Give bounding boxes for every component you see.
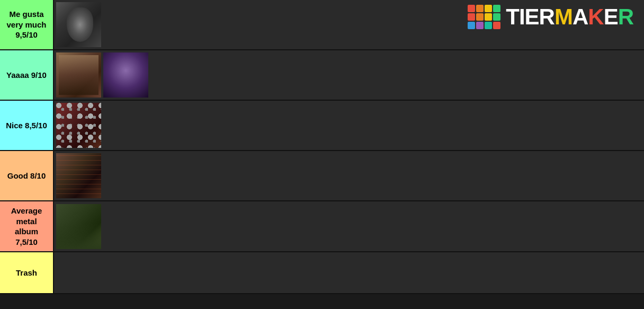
logo-cell — [493, 22, 500, 29]
album-2-2 — [103, 52, 148, 98]
logo-cell — [485, 13, 492, 21]
tiermaker-logo-text: TierMaker — [506, 4, 633, 30]
tier-label-4: Good 8/10 — [0, 151, 53, 200]
tier-content-6 — [53, 252, 644, 293]
logo-cell — [476, 5, 484, 12]
album-5-1 — [56, 204, 101, 249]
logo-cell — [468, 13, 475, 21]
logo-grid-icon — [468, 5, 500, 29]
tier-label-3: Nice 8,5/10 — [0, 101, 53, 150]
tier-row-6: Trash — [0, 252, 644, 294]
tier-content-3 — [53, 101, 644, 150]
tier-row-2: Yaaaa 9/10 — [0, 50, 644, 101]
tier-row-3: Nice 8,5/10 — [0, 101, 644, 151]
tier-label-2: Yaaaa 9/10 — [0, 50, 53, 100]
tier-list: Me gusta very much 9,5/10 Yaaaa 9/10 Nic… — [0, 0, 644, 294]
tier-label-5: Average metal album 7,5/10 — [0, 201, 53, 251]
album-2-1 — [56, 52, 101, 98]
logo-cell — [468, 5, 475, 12]
tier-label-6: Trash — [0, 252, 53, 293]
logo-cell — [476, 22, 484, 29]
album-4-1 — [56, 153, 101, 198]
logo-cell — [493, 5, 500, 12]
logo-cell — [485, 5, 492, 12]
logo-cell — [468, 22, 475, 29]
tier-content-5 — [53, 201, 644, 251]
tier-label-1: Me gusta very much 9,5/10 — [0, 0, 53, 49]
album-3-1 — [56, 103, 101, 148]
logo-cell — [485, 22, 492, 29]
tier-content-2 — [53, 50, 644, 100]
tier-row-4: Good 8/10 — [0, 151, 644, 201]
tier-content-4 — [53, 151, 644, 200]
album-1-1 — [56, 2, 101, 47]
logo-cell — [476, 13, 484, 21]
tier-row-5: Average metal album 7,5/10 — [0, 201, 644, 252]
logo-cell — [493, 13, 500, 21]
logo-area: TierMaker — [468, 4, 633, 30]
